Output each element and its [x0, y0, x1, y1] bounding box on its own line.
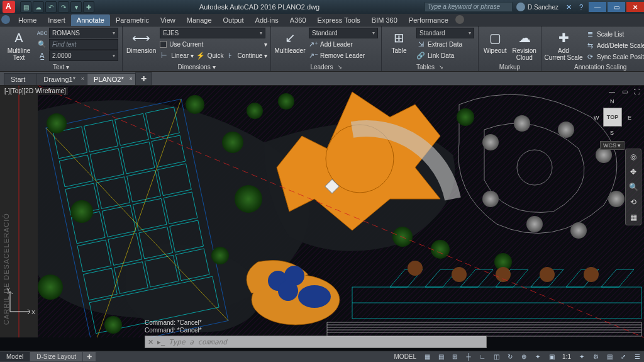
qat-dropdown-icon[interactable]: ▾: [70, 1, 82, 13]
qat-more-icon[interactable]: ✚: [83, 1, 94, 13]
command-close-icon[interactable]: ✕: [148, 338, 153, 346]
nav-orbit-icon[interactable]: ⟲: [626, 195, 641, 210]
minimize-button[interactable]: —: [589, 2, 606, 12]
qat-open-icon[interactable]: ▤: [20, 1, 31, 13]
ucs-icon[interactable]: X Y: [5, 286, 35, 317]
drawing-area[interactable]: [-][Top][2D Wireframe] — ▭ ⛶ CARRIL DE D…: [0, 86, 644, 351]
add-current-scale-button[interactable]: ✚ Add Current Scale: [545, 28, 582, 61]
viewcube-top-face[interactable]: TOP: [603, 108, 622, 127]
qat-cloud-icon[interactable]: ☁: [33, 1, 44, 13]
tab-performance[interactable]: Performance: [403, 14, 454, 26]
app-icon[interactable]: [3, 1, 15, 13]
find-text-input[interactable]: Find text: [49, 39, 118, 50]
tab-output[interactable]: Output: [218, 14, 250, 26]
dimension-button[interactable]: ⟷ Dimension: [126, 28, 156, 54]
multileader-button[interactable]: ↙ Multileader: [275, 28, 305, 54]
nav-pan-icon[interactable]: ✥: [626, 164, 641, 179]
remove-leader-button[interactable]: ↗⁻Remove Leader: [309, 50, 378, 61]
wipeout-button[interactable]: ▢ Wipeout: [482, 28, 508, 54]
qat-undo-icon[interactable]: ↶: [45, 1, 57, 13]
linear-button[interactable]: Linear ▾: [171, 52, 194, 59]
close-button[interactable]: ✕: [626, 2, 644, 12]
close-icon[interactable]: ×: [81, 76, 84, 82]
revision-cloud-button[interactable]: ☁ Revision Cloud: [512, 28, 538, 61]
tab-insert[interactable]: Insert: [42, 14, 71, 26]
status-monitor-icon[interactable]: ▤: [603, 352, 616, 362]
viewcube-south[interactable]: S: [610, 130, 614, 136]
status-cleanscreen-icon[interactable]: ⤢: [617, 352, 630, 362]
file-tab-start[interactable]: Start: [4, 73, 37, 85]
dim-style-select[interactable]: EJES▾: [160, 28, 265, 38]
tab-annotate[interactable]: Annotate: [71, 14, 110, 26]
help-icon[interactable]: ?: [575, 3, 587, 11]
table-style-select[interactable]: Standard▾: [416, 28, 474, 38]
table-button[interactable]: ⊞ Table: [386, 28, 413, 54]
help-search-input[interactable]: Type a keyword or phrase: [425, 2, 513, 12]
link-data-button[interactable]: 🔗Link Data: [416, 50, 474, 61]
sync-scale-button[interactable]: ⟳Sync Scale Positions: [586, 52, 644, 62]
status-grid-icon[interactable]: ▦: [421, 352, 433, 362]
exchange-apps-icon[interactable]: ✕: [562, 3, 575, 11]
viewcube-east[interactable]: E: [628, 115, 631, 121]
wcs-dropdown[interactable]: WCS ▾: [600, 141, 625, 150]
continue-button[interactable]: Continue ▾: [237, 52, 267, 59]
status-polar-icon[interactable]: ∟: [476, 352, 489, 362]
panel-leaders-label[interactable]: Leaders↘: [275, 62, 377, 71]
user-account[interactable]: D.Sanchez: [516, 3, 558, 11]
quick-button[interactable]: Quick: [208, 52, 224, 59]
panel-text-label[interactable]: Text ▾: [4, 62, 118, 71]
text-height-input[interactable]: 2.0000▾: [49, 50, 118, 61]
status-osnap-icon[interactable]: ↻: [504, 352, 516, 362]
status-cycling-icon[interactable]: ▣: [545, 352, 558, 362]
panel-dimensions-label[interactable]: Dimensions ▾: [126, 62, 267, 71]
app-menu-button[interactable]: [1, 15, 10, 24]
status-snap-icon[interactable]: ▤: [435, 352, 447, 362]
scale-list-button[interactable]: ≣Scale List: [586, 29, 644, 40]
view-cube[interactable]: N S E W TOP WCS ▾: [594, 98, 631, 136]
leader-style-select[interactable]: Standard▾: [309, 28, 378, 38]
viewport-restore-icon[interactable]: ▭: [620, 87, 629, 96]
close-icon[interactable]: ×: [129, 76, 132, 82]
viewcube-north[interactable]: N: [610, 98, 614, 105]
ribbon-collapse-icon[interactable]: [455, 15, 464, 24]
status-lineweight-icon[interactable]: ⊕: [518, 352, 530, 362]
tab-express-tools[interactable]: Express Tools: [312, 14, 366, 26]
viewport-max-icon[interactable]: ⛶: [633, 87, 641, 96]
layout-tab-dsize[interactable]: D-Size Layout: [30, 352, 82, 361]
status-annoscale-icon[interactable]: ✦: [575, 352, 588, 362]
text-style-select[interactable]: ROMANS▾: [49, 28, 118, 38]
viewport-minimize-icon[interactable]: —: [608, 87, 616, 96]
nav-zoom-icon[interactable]: 🔍: [626, 179, 641, 195]
new-tab-button[interactable]: ✚: [135, 72, 152, 85]
use-current-button[interactable]: Use Current ▾: [160, 39, 267, 50]
layout-tab-model[interactable]: Model: [0, 352, 30, 361]
viewport-label[interactable]: [-][Top][2D Wireframe]: [3, 87, 68, 95]
panel-tables-label[interactable]: Tables↘: [386, 62, 474, 71]
tab-addins[interactable]: Add-ins: [250, 14, 284, 26]
extract-data-button[interactable]: ⇲Extract Data: [416, 39, 474, 50]
status-ortho-icon[interactable]: ┼: [462, 352, 475, 362]
multiline-text-button[interactable]: A Multiline Text: [4, 28, 34, 61]
status-customize-icon[interactable]: ☰: [631, 352, 643, 362]
file-tab-drawing1[interactable]: Drawing1*×: [36, 73, 87, 85]
maximize-button[interactable]: ▭: [608, 2, 625, 12]
tab-parametric[interactable]: Parametric: [110, 14, 155, 26]
status-scale[interactable]: 1:1: [558, 353, 575, 360]
tab-view[interactable]: View: [155, 14, 181, 26]
file-tab-plano2[interactable]: PLANO2*×: [87, 73, 136, 85]
status-model-button[interactable]: MODEL: [391, 353, 421, 360]
qat-redo-icon[interactable]: ↷: [58, 1, 69, 13]
tab-home[interactable]: Home: [13, 14, 42, 26]
nav-showmotion-icon[interactable]: ▦: [626, 210, 641, 225]
command-input[interactable]: [169, 338, 484, 346]
viewcube-west[interactable]: W: [594, 115, 599, 121]
add-delete-scales-button[interactable]: ⇆Add/Delete Scales: [586, 40, 644, 51]
add-leader-button[interactable]: ↗⁺Add Leader: [309, 39, 378, 50]
tab-manage[interactable]: Manage: [181, 14, 218, 26]
tab-bim360[interactable]: BIM 360: [366, 14, 403, 26]
status-constraint-icon[interactable]: ⊞: [448, 352, 461, 362]
layout-add-button[interactable]: ✚: [83, 352, 96, 361]
nav-wheel-icon[interactable]: ◎: [626, 149, 641, 164]
status-transparency-icon[interactable]: ✦: [531, 352, 544, 362]
tab-a360[interactable]: A360: [284, 14, 312, 26]
